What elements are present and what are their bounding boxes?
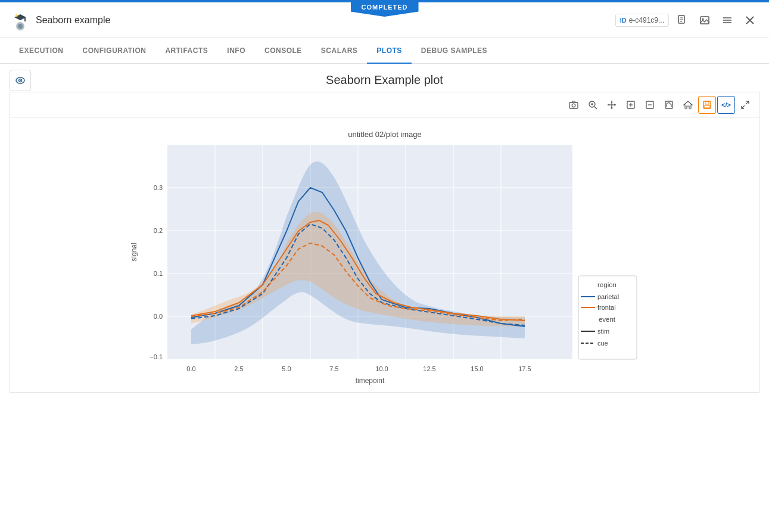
code-label: </>	[721, 101, 731, 108]
eye-button[interactable]	[10, 70, 31, 91]
svg-marker-27	[611, 101, 613, 102]
svg-rect-39	[705, 101, 709, 104]
file-icon	[677, 15, 687, 26]
svg-marker-29	[608, 104, 609, 106]
image-icon-btn[interactable]	[695, 11, 714, 30]
content-area: Seaborn Example plot	[0, 64, 769, 402]
image-icon	[699, 15, 710, 26]
zoom-out-icon	[645, 100, 655, 110]
x-tick-175: 17.5	[518, 365, 531, 372]
x-tick-150: 15.0	[471, 365, 483, 372]
tab-console[interactable]: CONSOLE	[255, 38, 312, 63]
x-tick-125: 12.5	[423, 365, 435, 372]
camera-icon	[569, 100, 578, 110]
x-tick-25: 2.5	[234, 365, 243, 372]
save-icon	[702, 100, 712, 110]
svg-rect-9	[700, 17, 709, 24]
legend-stim-text: stim	[597, 328, 609, 335]
tab-scalars[interactable]: SCALARS	[312, 38, 368, 63]
close-icon-btn[interactable]	[740, 11, 759, 30]
svg-marker-37	[684, 101, 692, 108]
y-tick-02: 0.2	[153, 227, 162, 234]
svg-line-41	[746, 101, 749, 104]
svg-rect-19	[569, 102, 578, 108]
id-value: e-c491c9...	[629, 16, 664, 24]
header-logo: Seaborn example	[10, 10, 615, 31]
camera-tool[interactable]	[565, 96, 583, 114]
svg-rect-40	[704, 105, 710, 108]
svg-point-4	[15, 14, 18, 17]
pan-icon	[607, 100, 617, 110]
tab-info[interactable]: INFO	[217, 38, 255, 63]
svg-rect-38	[703, 101, 711, 108]
plot-title-container: Seaborn Example plot	[10, 73, 759, 87]
main-chart: untitled 02/plot image signal	[126, 124, 644, 386]
tab-execution[interactable]: EXECUTION	[10, 38, 73, 63]
x-tick-00: 0.0	[186, 365, 195, 372]
eye-icon	[15, 75, 26, 86]
svg-line-22	[594, 107, 597, 109]
zoom-box-icon	[626, 100, 636, 110]
plot-toolbar: </>	[10, 92, 759, 118]
menu-icon-btn[interactable]	[718, 11, 737, 30]
x-tick-75: 7.5	[329, 365, 338, 372]
pan-tool[interactable]	[603, 96, 621, 114]
expand-tool[interactable]	[736, 96, 754, 114]
svg-point-10	[702, 18, 704, 20]
svg-point-1	[18, 24, 23, 29]
close-icon	[745, 15, 755, 25]
x-tick-100: 10.0	[375, 365, 388, 372]
auto-scale-icon	[664, 100, 674, 110]
legend-region-label: region	[597, 281, 617, 288]
y-tick-00: 0.0	[153, 313, 162, 320]
zoom-out-tool[interactable]	[641, 96, 659, 114]
chart-subtitle: untitled 02/plot image	[348, 130, 422, 139]
y-axis-label: signal	[130, 242, 138, 261]
tab-plots[interactable]: PLOTS	[367, 38, 412, 63]
legend-parietal-text: parietal	[597, 293, 619, 300]
svg-marker-30	[614, 104, 616, 106]
zoom-in-icon	[588, 100, 597, 110]
file-icon-btn[interactable]	[673, 11, 692, 30]
header-actions: ID e-c491c9...	[615, 11, 759, 30]
legend-frontal-text: frontal	[597, 304, 616, 311]
plot-svg-container: untitled 02/plot image signal	[10, 118, 759, 392]
svg-line-42	[742, 105, 745, 108]
header-title: Seaborn example	[36, 15, 110, 26]
svg-rect-3	[24, 17, 26, 21]
y-tick-03: 0.3	[153, 184, 162, 191]
y-tick-01: 0.1	[153, 270, 162, 277]
app-logo	[10, 10, 31, 31]
expand-icon	[740, 100, 750, 110]
plot-title: Seaborn Example plot	[326, 73, 443, 87]
save-tool[interactable]	[698, 96, 716, 114]
top-bar: COMPLETED	[0, 0, 769, 2]
home-icon	[683, 100, 693, 110]
auto-scale-tool[interactable]	[660, 96, 678, 114]
zoom-box-tool[interactable]	[622, 96, 640, 114]
home-tool[interactable]	[679, 96, 697, 114]
svg-point-20	[572, 104, 575, 107]
svg-point-18	[20, 80, 21, 81]
legend-cue-text: cue	[597, 340, 608, 347]
y-tick-neg01: −0.1	[150, 353, 163, 360]
x-tick-50: 5.0	[282, 365, 291, 372]
tab-artifacts[interactable]: ARTIFACTS	[155, 38, 217, 63]
menu-icon	[722, 15, 733, 26]
x-axis-label: timepoint	[355, 377, 384, 385]
code-tool[interactable]: </>	[717, 96, 735, 114]
id-label: ID	[620, 17, 627, 24]
nav-tabs: EXECUTION CONFIGURATION ARTIFACTS INFO C…	[0, 38, 769, 64]
id-button[interactable]: ID e-c491c9...	[615, 14, 669, 27]
legend-event-label: event	[598, 316, 615, 323]
tab-configuration[interactable]: CONFIGURATION	[73, 38, 156, 63]
svg-marker-28	[611, 107, 613, 109]
tab-debug-samples[interactable]: DEBUG SAMPLES	[412, 38, 497, 63]
zoom-in-tool[interactable]	[584, 96, 602, 114]
plot-container: </> untitled 02/plot image	[10, 92, 759, 393]
